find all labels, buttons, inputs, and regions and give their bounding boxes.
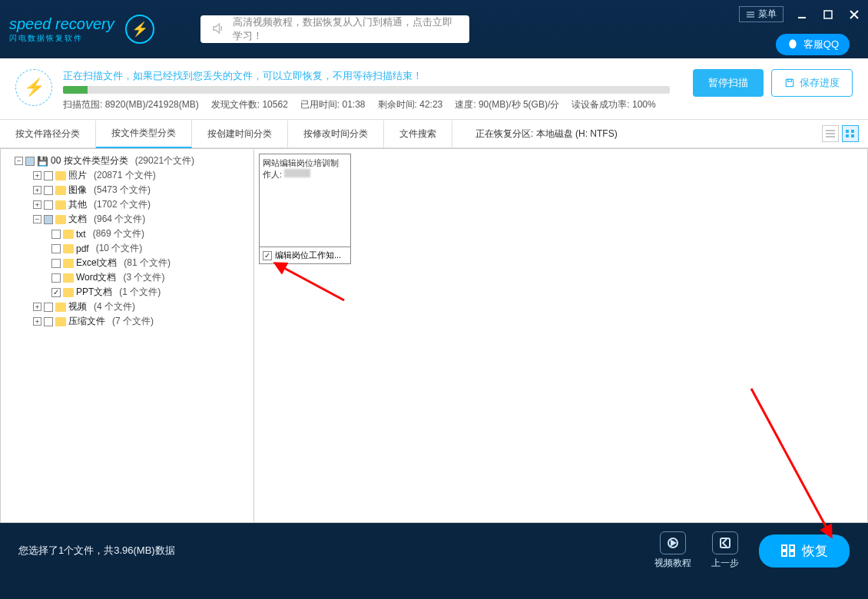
expand-icon[interactable]: + — [33, 186, 41, 194]
expand-icon[interactable]: + — [33, 200, 41, 209]
folder-icon — [63, 244, 74, 253]
app-tagline: 闪电数据恢复软件 — [9, 33, 114, 44]
checkbox[interactable] — [44, 200, 53, 210]
svg-rect-22 — [782, 551, 787, 556]
tree-root[interactable]: − 💾 00 按文件类型分类 (29021个文件) — [4, 154, 250, 168]
checkbox[interactable] — [25, 157, 35, 166]
tree-word[interactable]: Word文档(3 个文件) — [4, 270, 250, 285]
recover-button[interactable]: 恢复 — [759, 534, 850, 568]
drive-icon: 💾 — [37, 156, 48, 167]
checkbox[interactable] — [51, 273, 61, 283]
folder-icon — [63, 259, 74, 268]
svg-rect-20 — [782, 545, 787, 550]
file-checkbox[interactable] — [263, 251, 272, 260]
folder-icon — [55, 215, 66, 224]
svg-rect-14 — [851, 130, 854, 133]
tree-doc[interactable]: − 文档(964 个文件) — [4, 212, 250, 227]
prev-step-button[interactable]: 上一步 — [711, 531, 739, 570]
view-list-button[interactable] — [822, 125, 839, 142]
collapse-icon[interactable]: − — [33, 215, 41, 223]
tree-pdf[interactable]: pdf(10 个文件) — [4, 241, 250, 256]
annotation-arrow — [275, 262, 352, 311]
scan-icon: ⚡ — [15, 69, 52, 106]
tab-by-create-time[interactable]: 按创建时间分类 — [192, 121, 288, 147]
checkbox[interactable] — [51, 288, 61, 297]
tab-by-modify-time[interactable]: 按修改时间分类 — [288, 121, 384, 147]
checkbox[interactable] — [44, 171, 53, 180]
folder-icon — [55, 303, 66, 312]
expand-icon[interactable]: + — [33, 171, 41, 180]
svg-rect-23 — [790, 551, 794, 556]
checkbox[interactable] — [44, 186, 53, 195]
pause-scan-button[interactable]: 暂停扫描 — [693, 69, 764, 97]
svg-rect-21 — [790, 545, 794, 550]
folder-icon — [63, 288, 74, 297]
back-icon — [712, 531, 738, 554]
checkbox[interactable] — [51, 259, 61, 268]
bolt-icon: ⚡ — [125, 15, 154, 44]
play-icon — [660, 531, 686, 554]
file-preview: 网站编辑岗位培训制 作人: — [260, 154, 350, 247]
save-icon — [784, 78, 795, 88]
folder-icon — [55, 200, 66, 210]
folder-icon — [55, 171, 66, 180]
checkbox[interactable] — [51, 230, 61, 239]
expand-icon[interactable]: + — [33, 303, 41, 311]
selection-info: 您选择了1个文件，共3.96(MB)数据 — [18, 544, 175, 558]
svg-rect-4 — [824, 11, 832, 18]
speaker-icon — [211, 22, 225, 38]
svg-line-17 — [281, 266, 344, 300]
tab-by-type[interactable]: 按文件类型分类 — [96, 120, 192, 148]
tutorial-text: 高清视频教程，数据恢复从入门到精通，点击立即学习！ — [233, 15, 459, 43]
checkbox[interactable] — [44, 317, 53, 326]
tree-photo[interactable]: + 照片(20871 个文件) — [4, 168, 250, 183]
file-item[interactable]: 网站编辑岗位培训制 作人: 编辑岗位工作知... — [259, 154, 351, 264]
app-name: speed recovery — [9, 15, 114, 33]
file-grid: 网站编辑岗位培训制 作人: 编辑岗位工作知... — [254, 149, 867, 522]
recover-icon — [780, 544, 796, 558]
scan-message: 正在扫描文件，如果已经找到您丢失的文件，可以立即恢复，不用等待扫描结束！ — [63, 69, 682, 83]
svg-rect-15 — [846, 134, 849, 137]
qq-support-button[interactable]: 客服QQ — [776, 34, 850, 55]
tutorial-banner[interactable]: 高清视频教程，数据恢复从入门到精通，点击立即学习！ — [200, 15, 469, 43]
svg-rect-13 — [846, 130, 849, 133]
scan-stats: 扫描范围: 8920(MB)/241928(MB) 发现文件数: 10562 已… — [63, 98, 682, 111]
tree-video[interactable]: + 视频(4 个文件) — [4, 300, 250, 314]
save-progress-button[interactable]: 保存进度 — [771, 69, 853, 97]
svg-rect-8 — [786, 79, 793, 86]
svg-point-7 — [789, 39, 796, 48]
tab-file-search[interactable]: 文件搜索 — [384, 121, 452, 147]
progress-bar — [63, 86, 670, 94]
tree-excel[interactable]: Excel文档(81 个文件) — [4, 256, 250, 270]
menu-button[interactable]: 菜单 — [739, 6, 784, 22]
maximize-button[interactable] — [820, 7, 836, 22]
svg-rect-16 — [851, 134, 854, 137]
svg-rect-9 — [788, 79, 792, 81]
tree-zip[interactable]: + 压缩文件(7 个文件) — [4, 314, 250, 329]
folder-icon — [55, 317, 66, 326]
checkbox[interactable] — [51, 244, 61, 253]
view-grid-button[interactable] — [842, 125, 859, 142]
checkbox[interactable] — [44, 303, 53, 312]
folder-icon — [55, 186, 66, 195]
minimize-button[interactable] — [794, 7, 810, 22]
tree-ppt[interactable]: PPT文档(1 个文件) — [4, 285, 250, 300]
app-logo: speed recovery 闪电数据恢复软件 ⚡ — [9, 15, 154, 44]
tree-image[interactable]: + 图像(5473 个文件) — [4, 183, 250, 197]
collapse-icon[interactable]: − — [15, 157, 23, 165]
folder-icon — [63, 230, 74, 239]
tree-other[interactable]: + 其他(1702 个文件) — [4, 197, 250, 212]
partition-info: 正在恢复分区: 本地磁盘 (H: NTFS) — [475, 127, 618, 141]
close-button[interactable] — [846, 7, 862, 22]
expand-icon[interactable]: + — [33, 317, 41, 326]
tree-txt[interactable]: txt(869 个文件) — [4, 227, 250, 241]
video-tutorial-button[interactable]: 视频教程 — [654, 531, 691, 570]
tab-by-path[interactable]: 按文件路径分类 — [0, 121, 96, 147]
folder-icon — [63, 273, 74, 283]
checkbox[interactable] — [44, 215, 53, 224]
file-type-tree[interactable]: − 💾 00 按文件类型分类 (29021个文件) + 照片(20871 个文件… — [1, 149, 254, 522]
file-name: 编辑岗位工作知... — [275, 250, 341, 261]
